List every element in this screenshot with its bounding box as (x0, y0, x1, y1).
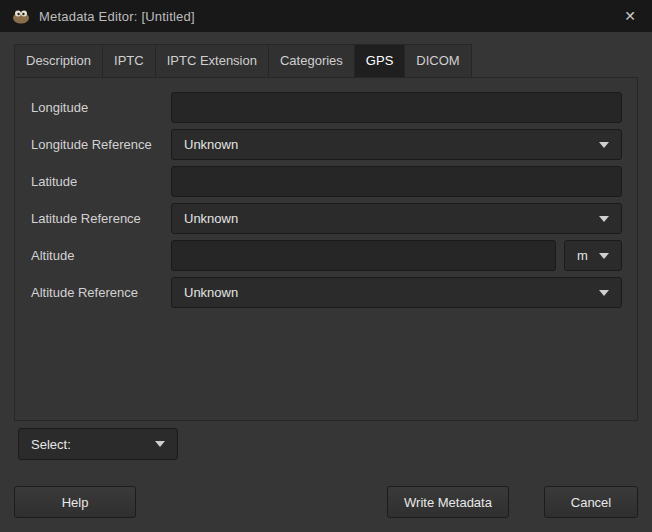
longitude-row: Longitude (31, 92, 622, 123)
tab-description[interactable]: Description (14, 44, 103, 77)
gps-panel: Longitude Longitude Reference Unknown La… (14, 77, 638, 421)
cancel-button[interactable]: Cancel (544, 486, 638, 518)
select-row: Select: (18, 428, 652, 460)
altitude-row: Altitude m (31, 240, 622, 271)
altitude-reference-value: Unknown (184, 285, 599, 300)
tab-bar: Description IPTC IPTC Extension Categori… (14, 44, 652, 77)
titlebar[interactable]: Metadata Editor: [Untitled] ✕ (0, 0, 652, 32)
tab-categories[interactable]: Categories (268, 44, 355, 77)
latitude-reference-row: Latitude Reference Unknown (31, 203, 622, 234)
altitude-reference-row: Altitude Reference Unknown (31, 277, 622, 308)
altitude-unit-dropdown[interactable]: m (564, 240, 622, 271)
altitude-label: Altitude (31, 248, 171, 263)
altitude-unit-value: m (577, 248, 599, 263)
close-icon[interactable]: ✕ (620, 6, 640, 26)
gimp-wilber-icon (12, 9, 30, 24)
longitude-input[interactable] (171, 92, 622, 123)
chevron-down-icon (599, 253, 609, 259)
chevron-down-icon (599, 216, 609, 222)
chevron-down-icon (155, 441, 165, 447)
longitude-reference-label: Longitude Reference (31, 137, 171, 152)
longitude-reference-value: Unknown (184, 137, 599, 152)
altitude-reference-label: Altitude Reference (31, 285, 171, 300)
write-metadata-button[interactable]: Write Metadata (387, 486, 509, 518)
chevron-down-icon (599, 142, 609, 148)
longitude-label: Longitude (31, 100, 171, 115)
longitude-reference-dropdown[interactable]: Unknown (171, 129, 622, 160)
footer: Help Write Metadata Cancel (14, 486, 638, 518)
window-title: Metadata Editor: [Untitled] (39, 9, 620, 24)
tab-dicom[interactable]: DICOM (404, 44, 471, 77)
altitude-reference-dropdown[interactable]: Unknown (171, 277, 622, 308)
latitude-row: Latitude (31, 166, 622, 197)
latitude-label: Latitude (31, 174, 171, 189)
latitude-reference-value: Unknown (184, 211, 599, 226)
metadata-editor-dialog: Metadata Editor: [Untitled] ✕ Descriptio… (0, 0, 652, 532)
tab-gps[interactable]: GPS (354, 44, 405, 77)
tab-iptc[interactable]: IPTC (102, 44, 156, 77)
help-button[interactable]: Help (14, 486, 136, 518)
latitude-reference-dropdown[interactable]: Unknown (171, 203, 622, 234)
select-dropdown-label: Select: (31, 437, 155, 452)
latitude-input[interactable] (171, 166, 622, 197)
tab-iptc-extension[interactable]: IPTC Extension (155, 44, 269, 77)
latitude-reference-label: Latitude Reference (31, 211, 171, 226)
select-dropdown[interactable]: Select: (18, 428, 178, 460)
altitude-input[interactable] (171, 240, 556, 271)
longitude-reference-row: Longitude Reference Unknown (31, 129, 622, 160)
chevron-down-icon (599, 290, 609, 296)
